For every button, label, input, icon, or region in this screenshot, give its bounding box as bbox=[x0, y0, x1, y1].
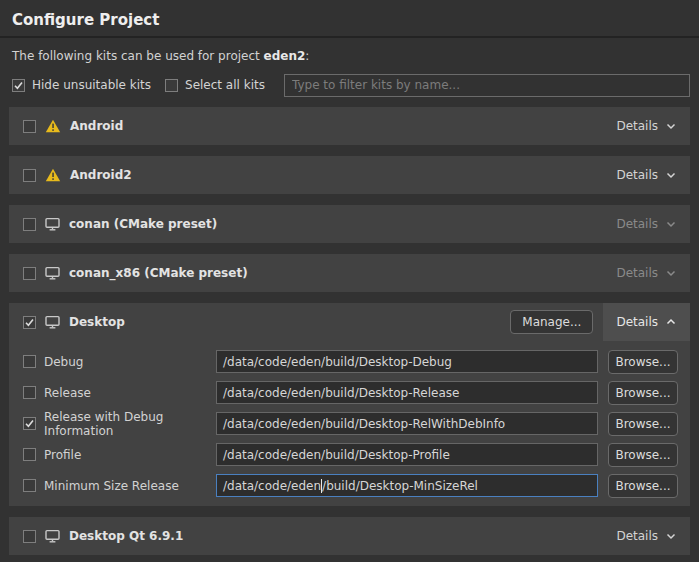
kit-name: Desktop Qt 6.9.1 bbox=[69, 529, 183, 543]
kit-filter-controls: Hide unsuitable kits Select all kits bbox=[12, 73, 690, 97]
kit-name: conan_x86 (CMake preset) bbox=[69, 266, 248, 280]
build-dir-input[interactable]: /data/code/eden/build/Desktop-Release bbox=[216, 381, 598, 404]
chevron-up-icon bbox=[665, 316, 677, 328]
subtitle-text: The following kits can be used for proje… bbox=[12, 49, 264, 63]
build-dir-value: /data/code/eden/build/Desktop-Release bbox=[223, 386, 459, 400]
chevron-down-icon bbox=[665, 267, 677, 279]
browse-button[interactable]: Browse... bbox=[608, 412, 678, 436]
kit-header[interactable]: conan_x86 (CMake preset) Details bbox=[9, 254, 690, 292]
hide-unsuitable-kits-checkbox[interactable]: Hide unsuitable kits bbox=[12, 78, 151, 92]
chevron-down-icon bbox=[665, 530, 677, 542]
config-label: Profile bbox=[44, 448, 216, 462]
kit-checkbox[interactable] bbox=[23, 267, 36, 280]
configure-project-page: Configure Project The following kits can… bbox=[0, 0, 699, 562]
warning-icon bbox=[45, 168, 61, 182]
chevron-down-icon bbox=[665, 218, 677, 230]
build-dir-value: /data/code/eden/build/Desktop-Profile bbox=[223, 448, 450, 462]
title-separator bbox=[0, 36, 699, 38]
browse-button[interactable]: Browse... bbox=[608, 443, 678, 467]
build-config-row-profile: Profile /data/code/eden/build/Desktop-Pr… bbox=[9, 443, 690, 466]
kit-checkbox[interactable] bbox=[23, 218, 36, 231]
build-dir-input[interactable]: /data/code/eden/build/Desktop-RelWithDeb… bbox=[216, 412, 598, 435]
kit-header[interactable]: Desktop Qt 6.9.1 Details bbox=[9, 517, 690, 555]
checkbox-checked-icon bbox=[12, 79, 25, 92]
filter-kits-input[interactable] bbox=[284, 74, 690, 97]
details-toggle[interactable]: Details bbox=[603, 107, 690, 145]
browse-button[interactable]: Browse... bbox=[608, 474, 678, 498]
kit-row-conan-x86: conan_x86 (CMake preset) Details bbox=[9, 254, 690, 292]
build-dir-value: /build/Desktop-MinSizeRel bbox=[322, 479, 478, 493]
kit-checkbox[interactable] bbox=[23, 120, 36, 133]
build-dir-input-focused[interactable]: /data/code/eden/build/Desktop-MinSizeRel bbox=[216, 474, 598, 497]
kit-details-panel: Debug /data/code/eden/build/Desktop-Debu… bbox=[9, 341, 690, 506]
kit-checkbox[interactable] bbox=[23, 169, 36, 182]
kit-header[interactable]: Desktop Manage... Details bbox=[9, 303, 690, 341]
details-toggle[interactable]: Details bbox=[603, 303, 690, 341]
kit-name: Android2 bbox=[70, 168, 132, 182]
desktop-icon bbox=[45, 529, 60, 543]
build-dir-value: /data/code/eden/build/Desktop-Debug bbox=[223, 355, 452, 369]
kit-row-android2: Android2 Details bbox=[9, 156, 690, 194]
details-toggle[interactable]: Details bbox=[603, 254, 690, 292]
kits-subtitle: The following kits can be used for proje… bbox=[12, 49, 687, 63]
select-all-kits-label: Select all kits bbox=[185, 78, 265, 92]
page-title: Configure Project bbox=[9, 0, 690, 36]
config-checkbox[interactable] bbox=[23, 448, 36, 461]
kit-list: Android Details Android2 Det bbox=[9, 107, 690, 555]
chevron-down-icon bbox=[665, 120, 677, 132]
config-label: Debug bbox=[44, 355, 216, 369]
kit-checkbox[interactable] bbox=[23, 316, 36, 329]
browse-button[interactable]: Browse... bbox=[608, 350, 678, 374]
project-name: eden2 bbox=[264, 49, 306, 63]
build-dir-value: /data/code/eden bbox=[223, 479, 321, 493]
select-all-kits-checkbox[interactable]: Select all kits bbox=[165, 78, 265, 92]
kit-header[interactable]: Android Details bbox=[9, 107, 690, 145]
details-label: Details bbox=[616, 315, 658, 329]
details-label: Details bbox=[616, 217, 658, 231]
config-label: Release bbox=[44, 386, 216, 400]
config-label: Minimum Size Release bbox=[44, 479, 216, 493]
details-toggle[interactable]: Details bbox=[603, 156, 690, 194]
config-checkbox[interactable] bbox=[23, 479, 36, 492]
details-label: Details bbox=[616, 119, 658, 133]
hide-unsuitable-kits-label: Hide unsuitable kits bbox=[32, 78, 151, 92]
kit-row-conan: conan (CMake preset) Details bbox=[9, 205, 690, 243]
kit-name: Desktop bbox=[69, 315, 125, 329]
desktop-icon bbox=[45, 315, 60, 329]
build-config-row-relwithdebinfo: Release with Debug Information /data/cod… bbox=[9, 412, 690, 435]
config-checkbox[interactable] bbox=[23, 355, 36, 368]
build-config-row-minsizerel: Minimum Size Release /data/code/eden/bui… bbox=[9, 474, 690, 497]
details-toggle[interactable]: Details bbox=[603, 517, 690, 555]
kit-header[interactable]: Android2 Details bbox=[9, 156, 690, 194]
build-config-row-debug: Debug /data/code/eden/build/Desktop-Debu… bbox=[9, 350, 690, 373]
build-dir-input[interactable]: /data/code/eden/build/Desktop-Debug bbox=[216, 350, 598, 373]
kit-header[interactable]: conan (CMake preset) Details bbox=[9, 205, 690, 243]
manage-kits-button[interactable]: Manage... bbox=[510, 310, 593, 334]
subtitle-colon: : bbox=[305, 49, 309, 63]
build-dir-input[interactable]: /data/code/eden/build/Desktop-Profile bbox=[216, 443, 598, 466]
kit-name: conan (CMake preset) bbox=[69, 217, 217, 231]
desktop-icon bbox=[45, 266, 60, 280]
kit-row-desktop: Desktop Manage... Details Debug /data/co… bbox=[9, 303, 690, 506]
kit-name: Android bbox=[70, 119, 123, 133]
config-label: Release with Debug Information bbox=[44, 410, 216, 438]
warning-icon bbox=[45, 119, 61, 133]
details-label: Details bbox=[616, 168, 658, 182]
kit-row-android: Android Details bbox=[9, 107, 690, 145]
details-toggle[interactable]: Details bbox=[603, 205, 690, 243]
kit-row-desktop-qt: Desktop Qt 6.9.1 Details bbox=[9, 517, 690, 555]
details-label: Details bbox=[616, 266, 658, 280]
chevron-down-icon bbox=[665, 169, 677, 181]
checkbox-unchecked-icon bbox=[165, 79, 178, 92]
config-checkbox[interactable] bbox=[23, 417, 36, 430]
browse-button[interactable]: Browse... bbox=[608, 381, 678, 405]
build-dir-value: /data/code/eden/build/Desktop-RelWithDeb… bbox=[223, 417, 505, 431]
build-config-row-release: Release /data/code/eden/build/Desktop-Re… bbox=[9, 381, 690, 404]
kit-checkbox[interactable] bbox=[23, 530, 36, 543]
config-checkbox[interactable] bbox=[23, 386, 36, 399]
details-label: Details bbox=[616, 529, 658, 543]
desktop-icon bbox=[45, 217, 60, 231]
